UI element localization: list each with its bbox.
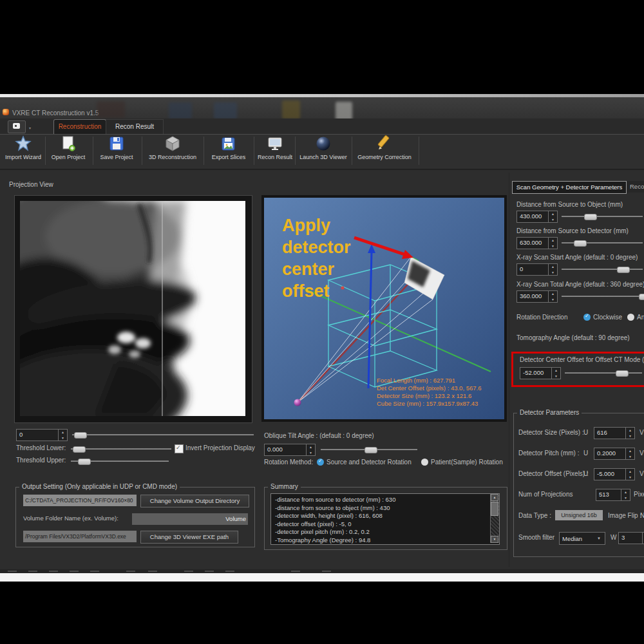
source-object-spinner[interactable]: 430.000 xyxy=(516,211,558,223)
oblique-tilt-slider[interactable] xyxy=(321,445,417,454)
slider-track xyxy=(71,448,171,450)
detector-pitch-u-spinner[interactable]: 0.2000 xyxy=(594,448,635,460)
detector-offset-u-spinner[interactable]: -5.000 xyxy=(594,468,635,480)
total-angle-slider[interactable] xyxy=(562,292,643,301)
pencil-icon xyxy=(376,135,393,152)
spin-down-button[interactable] xyxy=(626,454,634,460)
data-type-value[interactable]: Unsigned 16b xyxy=(555,510,603,520)
frame-index-slider[interactable] xyxy=(72,430,254,439)
clockwise-radio[interactable] xyxy=(583,314,591,321)
viewer-exe-path-field[interactable]: /Program Files/VX3D2/PlatformVX3D.exe xyxy=(23,531,137,542)
spin-down-button[interactable] xyxy=(549,297,557,303)
spin-down-button[interactable] xyxy=(549,217,557,223)
spin-up-button[interactable] xyxy=(552,368,560,374)
spin-down-button[interactable] xyxy=(626,475,634,480)
spin-up-button[interactable] xyxy=(621,489,630,495)
scrollbar-thumb[interactable] xyxy=(491,502,498,516)
geometry-correction-button[interactable]: Geometry Correction xyxy=(353,135,416,166)
total-angle-spinner[interactable]: 360.000 xyxy=(516,290,558,303)
import-wizard-button[interactable]: Import Wizard xyxy=(3,135,44,166)
tab-bar: ▾ Reconstruction Recon Result xyxy=(0,118,644,135)
spin-up-button[interactable] xyxy=(626,469,634,475)
spin-down-button[interactable] xyxy=(552,374,560,379)
scroll-up-button[interactable]: ▲ xyxy=(491,494,498,501)
num-projections-spinner[interactable]: 513 xyxy=(596,489,630,501)
slider-handle[interactable] xyxy=(639,294,644,300)
save-project-button[interactable]: Save Project xyxy=(94,135,139,166)
slider-handle[interactable] xyxy=(73,446,86,453)
detector-center-offset-slider[interactable] xyxy=(565,368,642,377)
detector-offset-u-label: U xyxy=(583,470,588,477)
spin-up-button[interactable] xyxy=(59,430,67,435)
slider-track xyxy=(72,434,254,435)
slider-handle[interactable] xyxy=(78,459,91,465)
summary-scrollbar[interactable]: ▲ ▼ xyxy=(490,494,499,543)
frame-index-value: 0 xyxy=(17,430,58,440)
ghost-thumbnail xyxy=(336,102,352,120)
spin-down-button[interactable] xyxy=(549,270,557,276)
slider-handle[interactable] xyxy=(574,240,587,247)
slider-handle[interactable] xyxy=(584,214,597,220)
slider-handle[interactable] xyxy=(74,432,87,439)
detector-size-u-spinner[interactable]: 616 xyxy=(594,427,635,439)
tab-scan-geometry[interactable]: Scan Geometry + Detector Parameters xyxy=(512,181,627,194)
spin-up-button[interactable] xyxy=(626,448,634,454)
smooth-filter-dropdown[interactable]: Median xyxy=(559,532,605,545)
change-3d-viewer-exe-button[interactable]: Change 3D Viewer EXE path xyxy=(140,531,238,544)
threshold-lower-slider[interactable] xyxy=(71,444,171,453)
output-directory-field[interactable]: C:/CTDATA_PROJECTION_RF/FOV160×80 xyxy=(23,495,137,506)
menu-dropdown-arrow-icon[interactable]: ▾ xyxy=(29,126,31,130)
source-detector-slider[interactable] xyxy=(562,238,643,247)
frame-index-spinner[interactable]: 0 xyxy=(16,429,68,441)
summary-line: -distance from source to detector (mm) :… xyxy=(271,494,499,504)
start-angle-value: 0 xyxy=(517,264,548,275)
smooth-w-spinner[interactable]: 3 xyxy=(618,532,644,544)
slider-handle[interactable] xyxy=(617,267,630,273)
spin-down-button[interactable] xyxy=(307,450,315,456)
spin-down-button[interactable] xyxy=(549,243,557,249)
tab-recon-partial[interactable]: Recon xyxy=(627,181,644,193)
volume-folder-input[interactable]: Volume xyxy=(132,513,248,525)
slider-handle[interactable] xyxy=(616,370,629,377)
open-project-button[interactable]: Open Project xyxy=(46,135,90,166)
slider-track xyxy=(562,216,643,217)
spin-up-button[interactable] xyxy=(549,238,557,243)
summary-line: -detector width, height (pixel) : 616, 6… xyxy=(271,512,499,520)
source-detector-spinner[interactable]: 630.000 xyxy=(516,237,558,249)
start-angle-spinner[interactable]: 0 xyxy=(516,263,558,276)
launch-3d-viewer-button[interactable]: Launch 3D Viewer xyxy=(296,135,350,166)
source-object-slider[interactable] xyxy=(562,212,643,221)
spin-up-button[interactable] xyxy=(549,211,557,217)
change-volume-output-directory-button[interactable]: Change Volume Output Directory xyxy=(140,495,249,507)
source-object-value: 430.000 xyxy=(517,211,548,222)
reconstruction-3d-button[interactable]: 3D Reconstruction xyxy=(143,135,202,166)
start-angle-label: X-ray Scan Start Angle (default : 0 degr… xyxy=(516,254,638,261)
summary-line: -detector pixel pitch (mm) : 0.2, 0.2 xyxy=(271,528,499,536)
spin-down-button[interactable] xyxy=(626,433,634,439)
detector-center-offset-spinner[interactable]: -52.000 xyxy=(520,367,561,379)
spin-up-button[interactable] xyxy=(307,444,315,450)
source-detector-rotation-radio[interactable] xyxy=(317,459,324,466)
spin-up-button[interactable] xyxy=(549,264,557,270)
toolbar-button-label: Import Wizard xyxy=(5,154,41,160)
threshold-upper-slider[interactable] xyxy=(71,457,169,466)
app-menu-button[interactable] xyxy=(8,120,26,133)
spin-up-button[interactable] xyxy=(626,428,634,433)
recon-result-button[interactable]: Recon Result xyxy=(255,135,295,166)
spin-down-button[interactable] xyxy=(621,495,630,501)
cube-icon xyxy=(164,135,181,152)
tab-recon-result[interactable]: Recon Result xyxy=(106,119,164,134)
export-slices-button[interactable]: Export Slices xyxy=(205,135,252,166)
detector-size-u-value: 616 xyxy=(594,428,625,439)
invert-projection-checkbox[interactable] xyxy=(175,444,184,453)
spin-up-button[interactable] xyxy=(549,291,557,297)
slider-handle[interactable] xyxy=(365,447,377,453)
spin-down-button[interactable] xyxy=(59,435,67,441)
oblique-tilt-spinner[interactable]: 0.000 xyxy=(264,444,316,456)
scroll-down-button[interactable]: ▼ xyxy=(491,536,498,543)
tab-reconstruction[interactable]: Reconstruction xyxy=(53,119,106,134)
patient-rotation-radio[interactable] xyxy=(421,459,428,466)
start-angle-slider[interactable] xyxy=(562,265,643,274)
summary-list[interactable]: -distance from source to detector (mm) :… xyxy=(270,493,500,545)
anticlockwise-radio[interactable] xyxy=(627,314,634,321)
